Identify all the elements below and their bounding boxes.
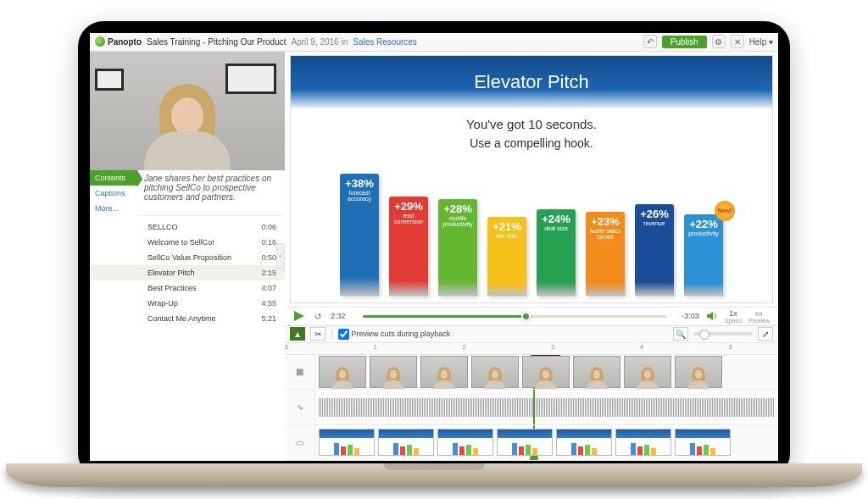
toc-time: 0:06 <box>261 223 276 231</box>
video-clip[interactable] <box>471 356 519 388</box>
audio-track[interactable] <box>315 390 778 425</box>
timeline-ruler[interactable]: 012345 <box>285 343 778 355</box>
toc-time: 5:21 <box>261 314 276 323</box>
rewind-10-icon[interactable]: ↺ <box>312 310 324 322</box>
speed-control[interactable]: 1xSpeed <box>725 309 742 324</box>
slide-clip[interactable] <box>556 429 612 456</box>
toc-item[interactable]: Wrap-Up4:55 <box>90 296 285 311</box>
toc-label: Elevator Pitch <box>147 269 195 277</box>
toc-item[interactable]: Contact Me Anytime5:21 <box>90 311 285 326</box>
slide-clip[interactable] <box>615 429 671 456</box>
video-track[interactable]: 2:32.00 <box>315 355 778 391</box>
video-clip[interactable] <box>675 356 722 388</box>
tab-more[interactable]: More... <box>90 201 137 216</box>
help-link[interactable]: Help ▾ <box>749 37 773 47</box>
preview-toggle[interactable]: ▭Preview <box>748 309 770 324</box>
slide-line-2: Use a compelling hook. <box>291 136 772 150</box>
bar-percent: +22% <box>689 218 718 230</box>
bar-percent: +29% <box>394 200 423 213</box>
chart-bar: +21%win ratio <box>487 217 526 296</box>
editor-toolbar: ▲ ✂ | Preview cuts during playback 🔍 ⤢ <box>285 326 778 343</box>
toc-time: 0:50 <box>261 253 276 262</box>
zoom-out-icon[interactable]: 🔍 <box>673 327 688 341</box>
logo-icon <box>95 36 105 47</box>
bar-label: deal size <box>542 225 570 231</box>
remaining-time: -3:03 <box>674 312 699 320</box>
slide-viewer[interactable]: Elevator Pitch You've got 10 seconds. Us… <box>290 55 773 303</box>
chart-bar: +26%revenue <box>635 204 674 296</box>
toc-item[interactable]: SellCo Value Proposition0:50 <box>90 250 285 265</box>
elapsed-time: 2:32 <box>331 312 356 320</box>
settings-gear-icon[interactable]: ⚙ <box>712 35 726 48</box>
close-icon[interactable]: ✕ <box>731 35 744 48</box>
tab-captions[interactable]: Captions <box>90 186 137 201</box>
toc-label: Contact Me Anytime <box>147 314 216 323</box>
ruler-tick: 4 <box>640 344 643 350</box>
publish-button[interactable]: Publish <box>662 36 707 48</box>
slide-clip[interactable] <box>378 429 434 456</box>
toc-item[interactable]: Best Practices4:07 <box>90 280 285 296</box>
toc-label: Best Practices <box>147 284 197 292</box>
bar-label: forecast accuracy <box>340 190 379 202</box>
collapse-panel-icon[interactable]: ‹ <box>276 243 285 269</box>
bar-label: revenue <box>642 220 666 226</box>
toc-time: 0:16 <box>261 238 276 247</box>
volume-icon[interactable] <box>706 310 718 322</box>
video-clip[interactable]: 2:32.00 <box>522 356 570 388</box>
category-link[interactable]: Sales Resources <box>353 37 417 47</box>
toc-label: Wrap-Up <box>147 299 178 308</box>
slides-track-icon: ▭ <box>285 425 315 461</box>
seek-knob[interactable] <box>521 312 531 321</box>
brand-logo: Panopto <box>95 36 142 47</box>
toc-item[interactable]: Welcome to SellCo!0:16 <box>90 235 285 250</box>
svg-marker-0 <box>294 311 304 321</box>
timeline-editor: ▲ ✂ | Preview cuts during playback 🔍 ⤢ <box>285 325 778 461</box>
seek-bar[interactable] <box>363 315 667 318</box>
new-badge-icon: New! <box>715 201 735 221</box>
video-clip[interactable] <box>370 356 417 388</box>
video-track-icon: ▦ <box>285 355 315 391</box>
bar-label: faster sales cycles <box>586 228 625 241</box>
slide-clip[interactable] <box>497 429 553 456</box>
table-of-contents: SELLCO0:06Welcome to SellCo!0:16SellCo V… <box>90 216 285 330</box>
toc-label: SELLCO <box>147 223 178 231</box>
chart-bar: +29%lead conversion <box>389 197 428 296</box>
zoom-fit-icon[interactable]: ⤢ <box>758 327 773 341</box>
presenter-video[interactable] <box>90 52 285 170</box>
video-clip[interactable] <box>319 356 366 388</box>
slide-title: Elevator Pitch <box>291 56 772 108</box>
bar-label: productivity <box>687 230 720 236</box>
bar-label: lead conversion <box>389 213 428 225</box>
preview-cuts-input[interactable] <box>338 329 349 340</box>
presenter-avatar <box>141 77 234 170</box>
slide-clip[interactable] <box>675 429 731 456</box>
tab-contents[interactable]: Contents <box>90 170 137 186</box>
ruler-tick: 3 <box>551 344 554 350</box>
toc-label: Welcome to SellCo! <box>147 238 214 247</box>
toc-time: 2:15 <box>261 269 276 277</box>
slide-clip[interactable] <box>437 429 493 456</box>
cut-tool-icon[interactable]: ✂ <box>310 327 326 341</box>
pointer-tool-icon[interactable]: ▲ <box>290 327 305 341</box>
toc-time: 4:55 <box>261 299 276 308</box>
toc-label: SellCo Value Proposition <box>147 253 231 262</box>
bar-percent: +28% <box>443 202 472 215</box>
chart-bar: +38%forecast accuracy <box>340 174 379 296</box>
chart-bar: New!+22%productivity <box>684 214 723 296</box>
bar-percent: +21% <box>492 220 521 233</box>
toc-item[interactable]: SELLCO0:06 <box>90 219 285 235</box>
video-clip[interactable] <box>573 356 620 388</box>
slides-track[interactable] <box>315 425 778 461</box>
bar-percent: +38% <box>345 177 374 190</box>
session-title: Sales Training - Pitching Our Product <box>147 37 287 47</box>
video-clip[interactable] <box>420 356 468 388</box>
zoom-slider[interactable] <box>693 332 753 335</box>
slide-clip[interactable] <box>319 429 375 456</box>
bar-percent: +26% <box>640 208 669 220</box>
video-clip[interactable] <box>624 356 671 388</box>
toc-item[interactable]: Elevator Pitch2:15 <box>90 265 285 280</box>
preview-cuts-label: Preview cuts during playback <box>352 330 451 338</box>
preview-cuts-checkbox[interactable]: Preview cuts during playback <box>338 329 451 340</box>
undo-icon[interactable]: ↶ <box>643 35 657 48</box>
play-icon[interactable] <box>293 310 305 322</box>
